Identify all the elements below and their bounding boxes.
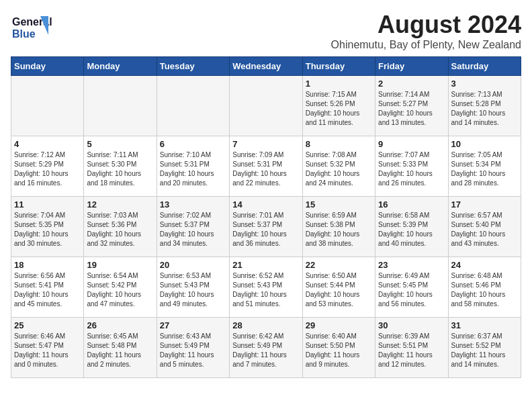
calendar-cell [157, 76, 229, 136]
logo-svg: General Blue [11, 11, 58, 43]
calendar-cell: 31Sunrise: 6:37 AMSunset: 5:52 PMDayligh… [448, 318, 521, 378]
day-info: Sunrise: 7:05 AMSunset: 5:34 PMDaylight:… [451, 150, 518, 188]
day-info: Sunrise: 6:56 AMSunset: 5:41 PMDaylight:… [14, 271, 81, 309]
day-number: 11 [14, 199, 81, 210]
day-of-week-header: Friday [375, 57, 448, 76]
day-number: 7 [232, 139, 299, 149]
day-number: 20 [160, 260, 226, 270]
day-number: 4 [14, 139, 81, 149]
calendar-cell: 22Sunrise: 6:50 AMSunset: 5:44 PMDayligh… [302, 257, 375, 318]
day-of-week-header: Thursday [302, 57, 375, 76]
day-number: 6 [160, 139, 226, 149]
calendar-cell: 1Sunrise: 7:15 AMSunset: 5:26 PMDaylight… [302, 76, 375, 136]
day-number: 24 [451, 260, 518, 270]
calendar-cell: 8Sunrise: 7:08 AMSunset: 5:32 PMDaylight… [302, 136, 375, 197]
day-info: Sunrise: 7:14 AMSunset: 5:27 PMDaylight:… [378, 90, 445, 128]
calendar-cell: 15Sunrise: 6:59 AMSunset: 5:38 PMDayligh… [302, 197, 375, 257]
day-info: Sunrise: 6:53 AMSunset: 5:43 PMDaylight:… [160, 271, 226, 309]
calendar-cell: 17Sunrise: 6:57 AMSunset: 5:40 PMDayligh… [448, 197, 521, 257]
day-number: 17 [451, 199, 518, 210]
calendar-cell: 14Sunrise: 7:01 AMSunset: 5:37 PMDayligh… [230, 197, 302, 257]
day-info: Sunrise: 6:49 AMSunset: 5:45 PMDaylight:… [378, 271, 445, 309]
calendar-week-row: 18Sunrise: 6:56 AMSunset: 5:41 PMDayligh… [11, 257, 521, 318]
calendar-week-row: 11Sunrise: 7:04 AMSunset: 5:35 PMDayligh… [11, 197, 521, 257]
calendar-cell: 4Sunrise: 7:12 AMSunset: 5:29 PMDaylight… [11, 136, 84, 197]
calendar-header: SundayMondayTuesdayWednesdayThursdayFrid… [11, 57, 521, 76]
day-info: Sunrise: 7:09 AMSunset: 5:31 PMDaylight:… [232, 150, 299, 188]
calendar-cell: 2Sunrise: 7:14 AMSunset: 5:27 PMDaylight… [375, 76, 448, 136]
calendar-cell: 16Sunrise: 6:58 AMSunset: 5:39 PMDayligh… [375, 197, 448, 257]
day-info: Sunrise: 6:48 AMSunset: 5:46 PMDaylight:… [451, 271, 518, 309]
calendar-cell: 12Sunrise: 7:03 AMSunset: 5:36 PMDayligh… [84, 197, 157, 257]
day-of-week-header: Wednesday [230, 57, 302, 76]
day-number: 31 [451, 320, 518, 330]
day-of-week-header: Saturday [448, 57, 521, 76]
day-info: Sunrise: 7:12 AMSunset: 5:29 PMDaylight:… [14, 150, 81, 188]
day-number: 18 [14, 260, 81, 270]
day-number: 28 [232, 320, 299, 330]
days-of-week-row: SundayMondayTuesdayWednesdayThursdayFrid… [11, 57, 521, 76]
day-number: 14 [232, 199, 299, 210]
day-number: 23 [378, 260, 445, 270]
calendar-cell: 28Sunrise: 6:42 AMSunset: 5:49 PMDayligh… [230, 318, 302, 378]
calendar-cell: 23Sunrise: 6:49 AMSunset: 5:45 PMDayligh… [375, 257, 448, 318]
calendar-cell: 6Sunrise: 7:10 AMSunset: 5:31 PMDaylight… [157, 136, 229, 197]
calendar-cell: 25Sunrise: 6:46 AMSunset: 5:47 PMDayligh… [11, 318, 84, 378]
day-info: Sunrise: 6:40 AMSunset: 5:50 PMDaylight:… [306, 332, 372, 369]
calendar-week-row: 4Sunrise: 7:12 AMSunset: 5:29 PMDaylight… [11, 136, 521, 197]
day-of-week-header: Tuesday [157, 57, 229, 76]
day-info: Sunrise: 6:57 AMSunset: 5:40 PMDaylight:… [451, 211, 518, 248]
logo: General Blue [11, 11, 58, 43]
day-info: Sunrise: 7:13 AMSunset: 5:28 PMDaylight:… [451, 90, 518, 128]
day-info: Sunrise: 6:58 AMSunset: 5:39 PMDaylight:… [378, 211, 445, 248]
calendar-cell: 9Sunrise: 7:07 AMSunset: 5:33 PMDaylight… [375, 136, 448, 197]
calendar-cell: 11Sunrise: 7:04 AMSunset: 5:35 PMDayligh… [11, 197, 84, 257]
calendar-cell: 3Sunrise: 7:13 AMSunset: 5:28 PMDaylight… [448, 76, 521, 136]
calendar-cell: 18Sunrise: 6:56 AMSunset: 5:41 PMDayligh… [11, 257, 84, 318]
day-info: Sunrise: 7:15 AMSunset: 5:26 PMDaylight:… [306, 90, 372, 128]
day-info: Sunrise: 7:03 AMSunset: 5:36 PMDaylight:… [87, 211, 153, 248]
title-block: August 2024 Ohinemutu, Bay of Plenty, Ne… [331, 11, 521, 51]
day-info: Sunrise: 6:37 AMSunset: 5:52 PMDaylight:… [451, 332, 518, 369]
day-of-week-header: Sunday [11, 57, 84, 76]
day-number: 25 [14, 320, 81, 330]
day-info: Sunrise: 7:01 AMSunset: 5:37 PMDaylight:… [232, 211, 299, 248]
day-number: 16 [378, 199, 445, 210]
calendar-cell: 30Sunrise: 6:39 AMSunset: 5:51 PMDayligh… [375, 318, 448, 378]
day-info: Sunrise: 7:02 AMSunset: 5:37 PMDaylight:… [160, 211, 226, 248]
day-number: 13 [160, 199, 226, 210]
calendar-week-row: 1Sunrise: 7:15 AMSunset: 5:26 PMDaylight… [11, 76, 521, 136]
calendar-cell: 5Sunrise: 7:11 AMSunset: 5:30 PMDaylight… [84, 136, 157, 197]
day-info: Sunrise: 6:50 AMSunset: 5:44 PMDaylight:… [306, 271, 372, 309]
day-info: Sunrise: 6:46 AMSunset: 5:47 PMDaylight:… [14, 332, 81, 369]
day-number: 8 [306, 139, 372, 149]
calendar-cell: 13Sunrise: 7:02 AMSunset: 5:37 PMDayligh… [157, 197, 229, 257]
day-number: 9 [378, 139, 445, 149]
day-number: 21 [232, 260, 299, 270]
calendar-cell [11, 76, 84, 136]
calendar-cell: 20Sunrise: 6:53 AMSunset: 5:43 PMDayligh… [157, 257, 229, 318]
calendar-week-row: 25Sunrise: 6:46 AMSunset: 5:47 PMDayligh… [11, 318, 521, 378]
calendar-cell: 10Sunrise: 7:05 AMSunset: 5:34 PMDayligh… [448, 136, 521, 197]
day-number: 29 [306, 320, 372, 330]
day-info: Sunrise: 7:07 AMSunset: 5:33 PMDaylight:… [378, 150, 445, 188]
day-info: Sunrise: 6:59 AMSunset: 5:38 PMDaylight:… [306, 211, 372, 248]
svg-text:Blue: Blue [12, 28, 36, 40]
calendar-cell: 24Sunrise: 6:48 AMSunset: 5:46 PMDayligh… [448, 257, 521, 318]
day-number: 2 [378, 79, 445, 89]
calendar-cell: 26Sunrise: 6:45 AMSunset: 5:48 PMDayligh… [84, 318, 157, 378]
calendar-cell: 29Sunrise: 6:40 AMSunset: 5:50 PMDayligh… [302, 318, 375, 378]
calendar-cell: 7Sunrise: 7:09 AMSunset: 5:31 PMDaylight… [230, 136, 302, 197]
day-number: 3 [451, 79, 518, 89]
day-number: 26 [87, 320, 153, 330]
day-info: Sunrise: 6:43 AMSunset: 5:49 PMDaylight:… [160, 332, 226, 369]
day-number: 30 [378, 320, 445, 330]
calendar-table: SundayMondayTuesdayWednesdayThursdayFrid… [11, 56, 521, 378]
page-header: General Blue August 2024 Ohinemutu, Bay … [11, 11, 521, 51]
day-number: 5 [87, 139, 153, 149]
page-subtitle: Ohinemutu, Bay of Plenty, New Zealand [331, 39, 521, 51]
day-info: Sunrise: 6:45 AMSunset: 5:48 PMDaylight:… [87, 332, 153, 369]
day-info: Sunrise: 7:11 AMSunset: 5:30 PMDaylight:… [87, 150, 153, 188]
day-info: Sunrise: 7:04 AMSunset: 5:35 PMDaylight:… [14, 211, 81, 248]
calendar-cell: 21Sunrise: 6:52 AMSunset: 5:43 PMDayligh… [230, 257, 302, 318]
